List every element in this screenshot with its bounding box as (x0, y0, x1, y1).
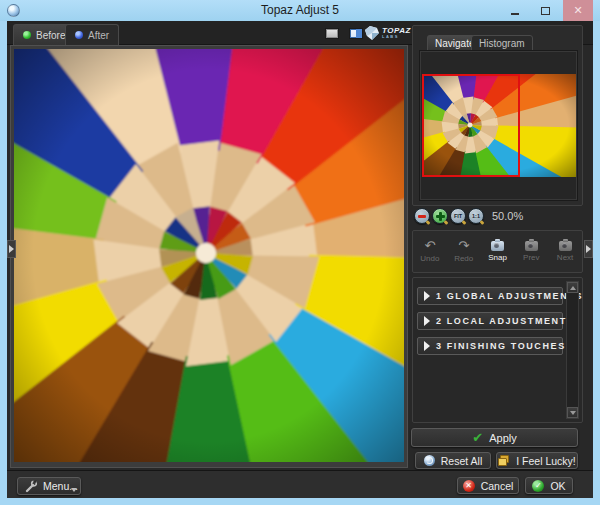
prev-label: Prev (523, 253, 539, 262)
fit-label: FIT (454, 213, 462, 219)
section-finishing-touches[interactable]: 3 FINISHING TOUCHES (417, 337, 563, 355)
redo-button[interactable]: ↷ Redo (447, 231, 481, 272)
chevron-right-icon (586, 245, 591, 253)
ok-label: OK (550, 480, 565, 492)
camera-icon (491, 241, 504, 251)
maximize-icon (541, 7, 550, 15)
app-window: Topaz Adjust 5 ✕ Before After (0, 0, 600, 505)
image-preview[interactable] (14, 49, 404, 462)
apply-button[interactable]: ✔ Apply (411, 428, 578, 447)
snap-button[interactable]: Snap (481, 231, 515, 272)
right-panel-collapse-handle[interactable] (584, 240, 593, 258)
wrench-icon (24, 480, 37, 493)
undo-button[interactable]: ↶ Undo (413, 231, 447, 272)
next-button[interactable]: Next (548, 231, 582, 272)
main-content: Before After TOPAZ LABS (7, 21, 593, 498)
checkmark-icon: ✔ (472, 432, 483, 444)
zoom-actual-button[interactable]: 1:1 (468, 208, 484, 224)
reset-all-label: Reset All (441, 455, 482, 467)
chevron-right-icon (9, 245, 14, 253)
single-view-icon[interactable] (325, 28, 339, 39)
window-border (0, 21, 7, 505)
reset-all-button[interactable]: Reset All (415, 452, 491, 469)
section-finishing-label: 3 FINISHING TOUCHES (436, 341, 566, 351)
lucky-cards-icon (498, 455, 510, 466)
left-panel-collapse-handle[interactable] (7, 240, 16, 258)
undo-label: Undo (420, 254, 439, 263)
gem-icon (364, 25, 380, 41)
cancel-x-icon: ✕ (463, 480, 475, 492)
zoom-fit-button[interactable]: FIT (450, 208, 466, 224)
reset-icon (424, 455, 435, 466)
tab-after-label: After (88, 30, 109, 41)
menu-button[interactable]: Menu... (17, 477, 81, 495)
undo-icon: ↶ (424, 240, 435, 252)
minimize-icon (511, 13, 519, 15)
adjustments-panel: 1 GLOBAL ADJUSTMENTS 2 LOCAL ADJUSTMENTS… (412, 277, 583, 423)
redo-label: Redo (454, 254, 473, 263)
close-icon: ✕ (573, 5, 582, 16)
minimize-button[interactable] (502, 0, 528, 21)
logo-sub: LABS (382, 35, 411, 39)
i-feel-lucky-button[interactable]: I Feel Lucky! (496, 452, 578, 469)
close-button[interactable]: ✕ (563, 0, 593, 21)
snap-label: Snap (488, 253, 507, 262)
history-panel: ↶ Undo ↷ Redo Snap Prev Next (412, 230, 583, 273)
ok-button[interactable]: ✓ OK (525, 477, 573, 494)
tab-before-label: Before (36, 30, 65, 41)
actual-size-label: 1:1 (472, 213, 480, 219)
prev-button[interactable]: Prev (514, 231, 548, 272)
zoom-out-button[interactable] (414, 208, 430, 224)
section-local-label: 2 LOCAL ADJUSTMENTS (436, 316, 574, 326)
cancel-button[interactable]: ✕ Cancel (457, 477, 519, 494)
cancel-label: Cancel (481, 480, 514, 492)
title-bar: Topaz Adjust 5 ✕ (0, 0, 600, 21)
maximize-button[interactable] (532, 0, 558, 21)
section-global-adjustments[interactable]: 1 GLOBAL ADJUSTMENTS (417, 287, 563, 305)
i-feel-lucky-label: I Feel Lucky! (516, 455, 576, 467)
plus-icon (439, 212, 442, 221)
window-border (593, 21, 600, 505)
triangle-up-icon (570, 286, 576, 290)
section-local-adjustments[interactable]: 2 LOCAL ADJUSTMENTS (417, 312, 563, 330)
expand-arrow-icon (424, 316, 430, 326)
expand-arrow-icon (424, 291, 430, 301)
navigator-view (419, 50, 578, 201)
navigator-panel: Navigate Histogram (412, 25, 583, 206)
navigator-thumbnail[interactable] (422, 74, 576, 177)
split-view-icon[interactable] (349, 28, 363, 39)
scroll-up-button[interactable] (567, 282, 578, 293)
preview-frame (10, 45, 408, 468)
zoom-in-button[interactable] (432, 208, 448, 224)
topaz-logo: TOPAZ LABS (364, 22, 412, 44)
tab-histogram-label: Histogram (479, 38, 525, 49)
tab-histogram[interactable]: Histogram (471, 35, 533, 51)
navigator-view-rectangle[interactable] (422, 74, 520, 177)
apply-label: Apply (489, 432, 517, 444)
ok-check-icon: ✓ (532, 480, 544, 492)
next-label: Next (557, 253, 573, 262)
tab-after[interactable]: After (65, 24, 119, 45)
tab-navigate-label: Navigate (435, 38, 474, 49)
before-dot-icon (23, 31, 31, 39)
zoom-controls: FIT 1:1 50.0% (412, 207, 583, 227)
scroll-down-button[interactable] (567, 407, 578, 418)
after-dot-icon (75, 31, 83, 39)
dropdown-caret-icon (71, 488, 77, 492)
window-border (0, 498, 600, 505)
camera-icon (559, 241, 572, 251)
section-global-label: 1 GLOBAL ADJUSTMENTS (436, 291, 583, 301)
camera-icon (525, 241, 538, 251)
adjustments-scrollbar[interactable] (566, 281, 579, 419)
minus-icon (418, 215, 426, 218)
triangle-down-icon (570, 411, 576, 415)
expand-arrow-icon (424, 341, 430, 351)
zoom-level-value: 50.0% (492, 210, 523, 222)
redo-icon: ↷ (458, 240, 469, 252)
